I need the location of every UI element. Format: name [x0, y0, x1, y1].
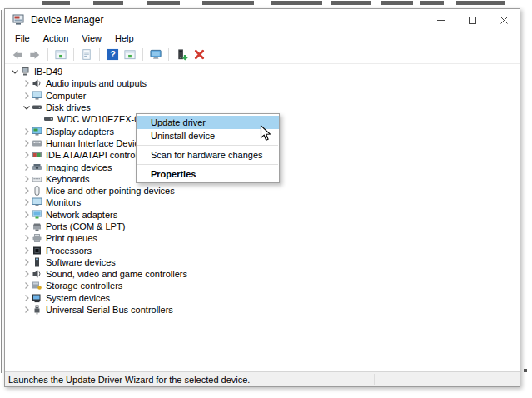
tree-item-processors[interactable]: Processors [6, 244, 519, 256]
ide-icon [32, 150, 42, 160]
imaging-icon [32, 162, 42, 172]
toolbar-separator [47, 48, 48, 61]
chevron-collapsed-icon[interactable] [21, 174, 32, 184]
remote-computer-button[interactable] [148, 47, 163, 62]
forward-icon [28, 49, 42, 61]
context-menu-item-uninstall-device[interactable]: Uninstall device [137, 129, 279, 142]
tree-item-label: Disk drives [46, 102, 91, 112]
window-title: Device Manager [31, 14, 103, 26]
tree-item-label: Software devices [46, 257, 116, 267]
minimize-icon [436, 16, 445, 25]
chevron-spacer [32, 114, 43, 124]
tree-item-print-queues[interactable]: Print queues [6, 232, 519, 244]
context-menu-item-properties[interactable]: Properties [137, 167, 279, 181]
properties-doc-button[interactable] [79, 47, 94, 62]
back-button[interactable] [10, 47, 25, 62]
context-menu: Update driverUninstall deviceScan for ha… [136, 113, 280, 183]
menubar-item-action[interactable]: Action [37, 33, 76, 43]
toolbar-separator [168, 48, 169, 61]
tree-item-label: System devices [46, 293, 110, 303]
close-button[interactable] [488, 9, 520, 31]
network-icon [32, 210, 42, 220]
status-bar-divider [465, 374, 465, 385]
maximize-button[interactable] [456, 9, 488, 31]
menubar-item-view[interactable]: View [75, 33, 108, 43]
action-pane-icon [123, 48, 137, 61]
title-bar[interactable]: Device Manager [5, 9, 520, 31]
update-driver-button[interactable] [174, 47, 189, 62]
context-menu-separator [137, 145, 278, 146]
display-icon [32, 127, 42, 137]
status-bar-divider [374, 374, 375, 385]
tree-item-monitors[interactable]: Monitors [6, 197, 519, 208]
tree-item-disk-drives[interactable]: Disk drives [6, 102, 519, 113]
tree-item-system-devices[interactable]: System devices [6, 292, 519, 304]
context-menu-item-update-driver[interactable]: Update driver [137, 116, 279, 129]
chevron-collapsed-icon[interactable] [21, 246, 32, 256]
tree-item-mice-and-other-pointing-devices[interactable]: Mice and other pointing devices [6, 185, 519, 197]
chevron-collapsed-icon[interactable] [21, 197, 32, 207]
context-menu-separator [137, 164, 278, 165]
tree-item-label: Storage controllers [46, 281, 122, 291]
keyboard-icon [32, 174, 42, 184]
menubar-item-file[interactable]: File [8, 33, 37, 43]
mouse-cursor [260, 125, 271, 142]
maximize-icon [468, 16, 477, 25]
chevron-collapsed-icon[interactable] [21, 162, 32, 172]
properties-doc-icon [80, 48, 93, 61]
tree-item-universal-serial-bus-controllers[interactable]: Universal Serial Bus controllers [6, 304, 519, 316]
tree-item-label: Computer [46, 91, 86, 101]
chevron-collapsed-icon[interactable] [21, 210, 32, 220]
tree-item-audio-inputs-and-outputs[interactable]: Audio inputs and outputs [6, 77, 519, 89]
system-icon [32, 293, 42, 303]
chevron-collapsed-icon[interactable] [21, 281, 32, 291]
chevron-collapsed-icon[interactable] [21, 78, 32, 88]
background-page-edge-right [530, 0, 530, 13]
tree-item-label: Keyboards [46, 174, 90, 184]
chevron-expanded-icon[interactable] [21, 102, 32, 112]
chevron-collapsed-icon[interactable] [21, 305, 32, 315]
tree-item-label: Print queues [46, 233, 97, 243]
update-driver-icon [175, 48, 189, 62]
background-artifact [524, 369, 527, 372]
tree-item-label: Universal Serial Bus controllers [46, 305, 173, 315]
tree-item-network-adapters[interactable]: Network adapters [6, 209, 519, 221]
monitor-icon [32, 91, 42, 101]
minimize-button[interactable] [425, 9, 456, 31]
tree-item-label: Ports (COM & LPT) [46, 221, 125, 231]
chevron-collapsed-icon[interactable] [21, 150, 32, 160]
uninstall-button[interactable] [191, 47, 206, 62]
status-bar: Launches the Update Driver Wizard for th… [5, 371, 520, 386]
chevron-collapsed-icon[interactable] [21, 233, 32, 243]
usb-icon [32, 305, 42, 315]
status-text: Launches the Update Driver Wizard for th… [8, 375, 250, 385]
chevron-collapsed-icon[interactable] [21, 221, 32, 231]
tree-item-label: Display adapters [46, 127, 114, 137]
chevron-collapsed-icon[interactable] [21, 138, 32, 148]
tree-item-ports-com-lpt[interactable]: Ports (COM & LPT) [6, 221, 519, 232]
context-menu-item-scan-for-hardware-changes[interactable]: Scan for hardware changes [137, 148, 279, 162]
tree-item-sound-video-and-game-controllers[interactable]: Sound, video and game controllers [6, 268, 519, 280]
chevron-collapsed-icon[interactable] [21, 91, 32, 101]
chevron-collapsed-icon[interactable] [21, 257, 32, 267]
device-tree: IB-D49Audio inputs and outputsComputerDi… [6, 66, 519, 371]
action-pane-button[interactable] [122, 47, 137, 62]
chevron-collapsed-icon[interactable] [21, 186, 32, 196]
close-icon [500, 16, 509, 25]
tree-item-label: Monitors [46, 197, 81, 207]
chevron-collapsed-icon[interactable] [21, 127, 32, 137]
disk-icon [32, 102, 42, 112]
forward-button[interactable] [27, 47, 42, 62]
tree-item-label: Sound, video and game controllers [46, 269, 187, 279]
tree-item-computer[interactable]: Computer [6, 90, 519, 102]
tree-item-storage-controllers[interactable]: Storage controllers [6, 280, 519, 291]
tree-item-ib-d49[interactable]: IB-D49 [6, 66, 519, 77]
chevron-expanded-icon[interactable] [9, 67, 20, 77]
console-tree-button[interactable] [53, 47, 68, 62]
toolbar-separator [99, 48, 100, 61]
menubar-item-help[interactable]: Help [108, 33, 141, 43]
tree-item-software-devices[interactable]: Software devices [6, 256, 519, 268]
chevron-collapsed-icon[interactable] [21, 293, 32, 303]
help-button[interactable]: ? [105, 47, 120, 62]
chevron-collapsed-icon[interactable] [21, 269, 32, 279]
